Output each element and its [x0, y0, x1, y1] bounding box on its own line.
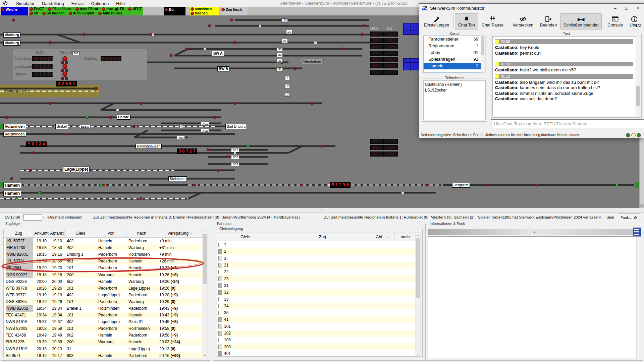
toolbar-button-auto-fs-aus[interactable]: Auto FS aus [98, 11, 122, 15]
list-icon[interactable] [633, 228, 641, 236]
column-header-ankunft[interactable]: Ankunft [34, 229, 49, 237]
gleisbelegung-scrollbar[interactable]: ▲ ▼ [416, 233, 421, 357]
menu-simulator[interactable]: Simulator [12, 1, 38, 6]
gleis-row-102[interactable]: 102 [217, 330, 416, 337]
signal-tag[interactable]: .23 [281, 18, 288, 22]
expand-icon[interactable] [218, 270, 222, 274]
signal-tag[interactable]: .603 [231, 162, 239, 166]
toolbar-button-fs-aufl-sen[interactable]: FS auflösen [47, 7, 71, 11]
expand-icon[interactable] [218, 290, 222, 295]
signal-tag[interactable]: .2 [285, 84, 290, 88]
signal-tag[interactable]: .21 [281, 39, 288, 43]
toolbar-button-ufgt[interactable]: UFGT [127, 7, 142, 11]
expand-icon[interactable] [218, 283, 222, 288]
expand-icon[interactable] [218, 243, 222, 247]
status-input[interactable] [23, 214, 42, 221]
toolbar-button-annehmen[interactable]: annehmen [190, 7, 212, 11]
gleis-row-3[interactable]: 3 [217, 255, 416, 262]
zugfolge-row-wfb-39778[interactable]: WFB 3977819:2619:26101PaderbornLage(Lipp… [4, 285, 203, 292]
zugfolge-row-s5-9571[interactable]: S5 957119:1619:17603HamelnPaderborn20:16… [4, 352, 203, 358]
menu-extras[interactable]: Extras [68, 1, 88, 6]
gleis-row-22[interactable]: 22 [217, 268, 416, 275]
channel-spielanfragen[interactable]: Spielanfragen91 [424, 56, 481, 63]
channel-list[interactable]: Fahrdienstleiter69Regionsraum1!Lobby91Sp… [423, 36, 481, 73]
info-scrollbar[interactable] [636, 237, 641, 358]
gleis-row-1[interactable]: 1 [217, 241, 416, 248]
gleisbelegung-table[interactable]: GleisZugAbf...▲nach 12321222331323334354… [217, 233, 416, 357]
expand-icon[interactable] [218, 345, 222, 349]
maximize-button[interactable]: □ [621, 4, 632, 13]
minimize-button[interactable]: – [609, 4, 621, 13]
chat-tool-einstellungen[interactable]: Einstellungen [421, 13, 452, 29]
signal-tag[interactable]: 200 [72, 51, 79, 55]
zugfolge-row-ikl-50724[interactable]: IKL 5072418:5918:59601PaderbornHameln+26… [4, 258, 203, 264]
signal-tag[interactable]: .35 [276, 47, 283, 51]
zugfolge-row-nwb-82003[interactable]: NWB 8200319:5819:58101PaderbornHolzminde… [4, 325, 203, 332]
channel-lobby[interactable]: !Lobby91 [424, 49, 481, 56]
column-header-abf-[interactable]: Abf...▲ [371, 233, 395, 241]
chat-tool-beenden[interactable]: Beenden [537, 13, 560, 29]
column-header-gleis[interactable]: Gleis [65, 229, 96, 237]
toolbar-button-b-[interactable]: Bü [164, 8, 173, 11]
gleis-row-33[interactable]: 33 [217, 296, 416, 302]
scroll-down-icon[interactable]: ▼ [640, 203, 644, 208]
scroll-up-icon[interactable]: ▲ [416, 233, 420, 237]
signal-tag[interactable]: .602 [231, 155, 239, 159]
zugfolge-body[interactable]: IKL 5072719:1019:10402HamelnPaderborn+9 … [4, 238, 203, 358]
scroll-up-icon[interactable]: ▲ [203, 229, 207, 234]
gleis-row-31[interactable]: 31 [217, 282, 416, 289]
toolbar-button-l-schen[interactable]: löschen [190, 11, 208, 15]
scrollbar-thumb[interactable] [203, 234, 207, 284]
zugfolge-row-nwb-81519[interactable]: NWB 8151920:1320:1331Lage(Lippe)20:13 (0… [4, 346, 203, 352]
zugfolge-row-nwb-81516[interactable]: NWB 8151619:3719:37402Lage(Lippe)Gleis 3… [4, 318, 203, 325]
toolbar-button-dsp-l-sch[interactable]: Dsp lösch [221, 8, 242, 11]
zugfolge-row-ikl-50727[interactable]: IKL 5072719:1019:10402HamelnPaderborn+9 … [4, 238, 203, 244]
toolbar-button-sh[interactable]: Sh [29, 11, 38, 15]
signal-tag[interactable]: .1 [285, 76, 290, 80]
chat-input[interactable] [491, 119, 644, 128]
signal-tag[interactable]: .3 [285, 93, 290, 97]
collapse-bar[interactable]: ▲ [428, 229, 641, 235]
zugfolge-row-dgs-90228[interactable]: DGS 9022820:0020:00602HamelnWarburg19:26… [4, 278, 203, 285]
toolbar-button-sp-l-schen[interactable]: SP löschen [42, 11, 65, 15]
expand-icon[interactable] [218, 263, 222, 267]
message-scrollbar[interactable] [636, 36, 640, 116]
gleis-row-101[interactable]: 101 [217, 323, 416, 330]
column-header-gleis[interactable]: Gleis [217, 233, 274, 241]
column-header-nach[interactable]: nach [126, 229, 157, 237]
zugfolge-row-dgs-90227[interactable]: DGS 9022719:1819:18200WarburgHameln19:26… [4, 271, 203, 278]
zugfolge-header[interactable]: ZugAnkunftAbfahrtGleisvonnachVerspätung▲ [4, 229, 203, 238]
signal-tag[interactable]: .402 [201, 129, 209, 133]
zugfolge-row-dgs-89265[interactable]: DGS 8926519:2919:29101PaderbornWarburg19… [4, 298, 203, 305]
expand-icon[interactable] [218, 256, 222, 260]
zugfolge-row-tec-42458[interactable]: TEC 4245819:4919:49602HamelnPaderborn19:… [4, 332, 203, 339]
scroll-down-icon[interactable]: ▼ [203, 354, 207, 358]
zugfolge-row-fir-51230[interactable]: FIR 5123018:5318:53402HamelnWarburg+31 m… [4, 244, 203, 251]
column-header-versp-tung[interactable]: Verspätung▲ [157, 229, 203, 237]
expand-icon[interactable] [218, 338, 222, 342]
toolbar-button-man-gl-fs[interactable]: man. gl. FS [101, 7, 124, 11]
zugfolge-row-wfb-39771[interactable]: WFB 3977119:1919:19402Lage(Lippe)Paderbo… [4, 292, 203, 298]
expand-icon[interactable] [218, 324, 222, 328]
zugfolge-row-fir-51225[interactable]: FIR 5122519:3919:39200WarburgHameln20:03… [4, 339, 203, 345]
channel-hameln[interactable]: Hameln2 [424, 63, 481, 69]
erlaubnis-led-icon[interactable] [62, 56, 67, 61]
gleis-row-34[interactable]: 34 [217, 303, 416, 309]
gleis-row-35[interactable]: 35 [217, 309, 416, 316]
signal-tag[interactable]: .34 [276, 53, 283, 57]
channel-regionsraum[interactable]: Regionsraum1 [424, 43, 481, 49]
chat-tool-chat-pause[interactable]: Chat Pause [478, 13, 507, 29]
signal-tag[interactable]: .33 [276, 59, 283, 63]
menu-optionen[interactable]: Optionen [88, 1, 113, 6]
splitter-handle[interactable]: ••• [0, 208, 644, 213]
column-header-zug[interactable]: Zug [4, 229, 34, 237]
expand-icon[interactable] [218, 351, 222, 356]
zugfolge-table[interactable]: ZugAnkunftAbfahrtGleisvonnachVerspätung▲… [3, 229, 203, 358]
erlaubnis-led-icon[interactable] [62, 72, 67, 77]
chat-tool-chat-ton[interactable]: Chat Ton [455, 13, 478, 29]
signal-tag[interactable]: ESSO [80, 125, 90, 129]
chat-tool-schlie-en-beendet[interactable]: ▶◀Schließen beendet [560, 13, 602, 29]
chat-tool-console[interactable]: Console [604, 13, 626, 29]
signal-tag[interactable]: .403 [177, 136, 185, 140]
signal-tag[interactable]: .31 [276, 67, 283, 71]
